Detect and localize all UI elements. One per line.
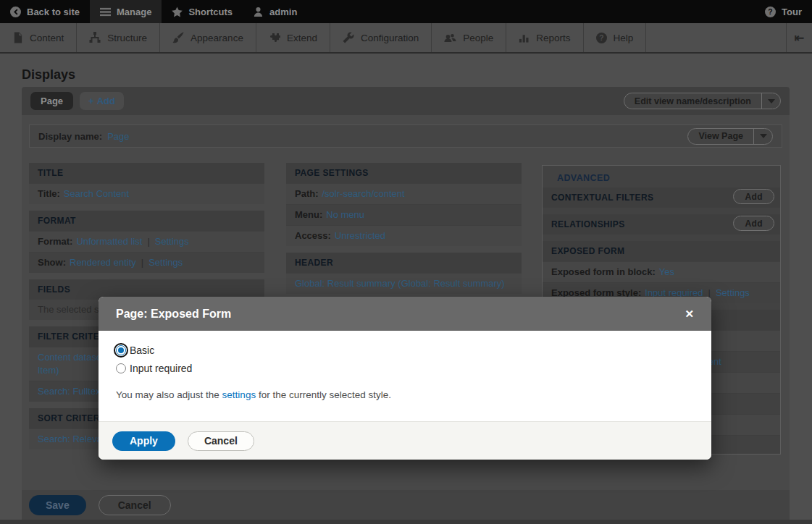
star-icon bbox=[172, 7, 183, 17]
back-to-site-label: Back to site bbox=[27, 7, 80, 17]
section-title-header: TITLE bbox=[29, 163, 264, 183]
chevron-down-icon bbox=[768, 99, 775, 103]
apply-button[interactable]: Apply bbox=[112, 431, 175, 451]
relationships-add-label: Add bbox=[734, 219, 774, 229]
menu-item-configuration-label: Configuration bbox=[361, 33, 419, 43]
tab-page-display[interactable]: Page bbox=[30, 92, 73, 110]
menu-item-extend[interactable]: Extend bbox=[256, 23, 330, 52]
admin-toolbar: Back to site Manage Shortcuts admin ? To… bbox=[0, 0, 812, 23]
manage-label: Manage bbox=[117, 7, 151, 17]
exposed-form-settings-link[interactable]: Settings bbox=[716, 287, 750, 298]
section-contextual-filters-header: CONTEXTUAL FILTERS Add bbox=[543, 187, 780, 208]
menu-item-help-label: Help bbox=[614, 33, 634, 43]
back-arrow-icon bbox=[10, 7, 21, 17]
chevron-down-icon bbox=[760, 134, 767, 138]
note-text-post: for the currently selected style. bbox=[256, 389, 391, 400]
puzzle-icon bbox=[269, 32, 280, 43]
relationships-add-button[interactable]: Add bbox=[733, 216, 774, 231]
dialog-title: Page: Exposed Form bbox=[116, 308, 685, 321]
document-icon bbox=[12, 32, 23, 43]
radio-button[interactable] bbox=[116, 363, 126, 373]
shortcuts-tab[interactable]: Shortcuts bbox=[162, 0, 243, 23]
format-label: Format: bbox=[38, 236, 72, 247]
admin-user-tab[interactable]: admin bbox=[243, 0, 307, 23]
pipe-separator: | bbox=[142, 236, 154, 247]
section-header-header: HEADER bbox=[286, 253, 522, 273]
save-button[interactable]: Save bbox=[29, 495, 86, 515]
help-icon: ? bbox=[596, 33, 607, 43]
menu-item-help[interactable]: ? Help bbox=[584, 23, 647, 52]
section-format-header: FORMAT bbox=[29, 211, 264, 231]
access-link[interactable]: Unrestricted bbox=[335, 230, 385, 241]
radio-option-basic[interactable]: Basic bbox=[116, 345, 694, 356]
note-text-pre: You may also adjust the bbox=[116, 389, 222, 400]
edit-view-dropdown-toggle[interactable] bbox=[761, 93, 780, 109]
menu-item-people[interactable]: People bbox=[432, 23, 506, 52]
dialog-buttonpane: Apply Cancel bbox=[99, 421, 711, 460]
pipe-separator: | bbox=[136, 257, 148, 268]
show-row: Show:Rendered entity|Settings bbox=[29, 252, 264, 273]
header-result-summary-link[interactable]: Global: Result summary (Global: Result s… bbox=[295, 278, 505, 289]
shortcuts-label: Shortcuts bbox=[188, 7, 233, 17]
displays-tabs-row: Page + Add Edit view name/description bbox=[22, 87, 790, 115]
plus-icon: + bbox=[88, 96, 94, 106]
admin-menu-tray: Content Structure Appearance Extend Conf… bbox=[0, 23, 812, 54]
edit-view-name-button[interactable]: Edit view name/description bbox=[624, 93, 781, 109]
close-icon[interactable]: ✕ bbox=[685, 308, 694, 321]
show-settings-link[interactable]: Settings bbox=[148, 257, 183, 268]
menu-item-content-label: Content bbox=[30, 33, 64, 43]
advanced-toggle[interactable]: ADVANCED bbox=[543, 166, 780, 187]
menu-item-structure[interactable]: Structure bbox=[77, 23, 160, 52]
view-page-label: View Page bbox=[688, 129, 753, 144]
radio-basic-label: Basic bbox=[130, 345, 154, 356]
header-result-summary-row: Global: Result summary (Global: Result s… bbox=[286, 273, 522, 294]
exposed-form-block-label: Exposed form in block: bbox=[551, 266, 656, 277]
display-name-link[interactable]: Page bbox=[107, 131, 129, 142]
format-link[interactable]: Unformatted list bbox=[76, 236, 142, 247]
add-display-button[interactable]: + Add bbox=[80, 92, 124, 110]
path-link[interactable]: /solr-search/content bbox=[322, 188, 405, 199]
people-icon bbox=[444, 32, 456, 43]
menu-link[interactable]: No menu bbox=[326, 209, 364, 220]
settings-link[interactable]: settings bbox=[222, 389, 256, 400]
menu-row: Menu:No menu bbox=[286, 204, 522, 225]
show-label: Show: bbox=[38, 257, 66, 268]
format-row: Format:Unformatted list|Settings bbox=[29, 231, 264, 252]
dialog-body: Basic Input required You may also adjust… bbox=[99, 331, 711, 400]
dialog-titlebar[interactable]: Page: Exposed Form ✕ bbox=[99, 297, 711, 331]
manage-tab[interactable]: Manage bbox=[90, 0, 162, 23]
menu-label: Menu: bbox=[295, 209, 322, 220]
view-page-dropdown-toggle[interactable] bbox=[753, 129, 772, 144]
title-label: Title: bbox=[38, 188, 60, 199]
view-page-button[interactable]: View Page bbox=[687, 128, 773, 145]
back-to-site-button[interactable]: Back to site bbox=[0, 0, 90, 23]
tray-collapse-toggle[interactable]: ⇤ bbox=[786, 23, 812, 52]
cancel-button[interactable]: Cancel bbox=[99, 495, 171, 515]
tour-button[interactable]: ? Tour bbox=[755, 0, 812, 23]
show-link[interactable]: Rendered entity bbox=[70, 257, 136, 268]
format-settings-link[interactable]: Settings bbox=[155, 236, 189, 247]
tour-label: Tour bbox=[782, 7, 802, 17]
radio-input-required-label: Input required bbox=[130, 363, 192, 374]
menu-item-content[interactable]: Content bbox=[0, 23, 77, 52]
exposed-form-block-link[interactable]: Yes bbox=[659, 266, 674, 277]
path-row: Path:/solr-search/content bbox=[286, 183, 522, 204]
radio-option-input-required[interactable]: Input required bbox=[116, 363, 694, 374]
page-bottom-strip bbox=[0, 520, 812, 524]
menu-item-configuration[interactable]: Configuration bbox=[330, 23, 432, 52]
menu-item-structure-label: Structure bbox=[107, 33, 147, 43]
svg-text:?: ? bbox=[599, 34, 603, 42]
path-label: Path: bbox=[295, 188, 319, 199]
section-exposed-form-header: EXPOSED FORM bbox=[543, 241, 780, 261]
dialog-cancel-button[interactable]: Cancel bbox=[188, 431, 254, 451]
contextual-filters-add-button[interactable]: Add bbox=[733, 189, 774, 204]
title-link[interactable]: Search Content bbox=[64, 188, 129, 199]
svg-text:?: ? bbox=[768, 8, 772, 16]
access-row: Access:Unrestricted bbox=[286, 225, 522, 246]
add-display-label: Add bbox=[97, 96, 115, 106]
title-row: Title:Search Content bbox=[29, 183, 264, 204]
radio-button-selected[interactable] bbox=[116, 345, 126, 355]
menu-item-reports[interactable]: Reports bbox=[506, 23, 583, 52]
toolbar-spacer bbox=[307, 0, 755, 23]
menu-item-appearance[interactable]: Appearance bbox=[160, 23, 256, 52]
